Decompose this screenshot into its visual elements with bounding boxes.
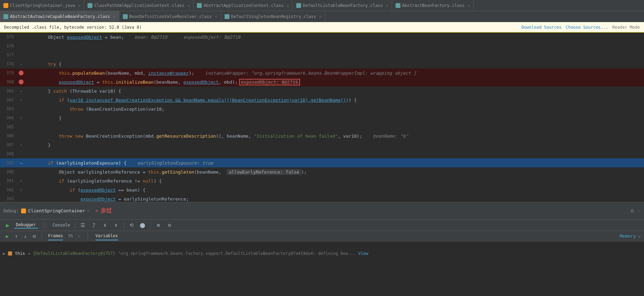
- tab-close-2[interactable]: ✕: [188, 3, 190, 8]
- var-type-icon: [8, 251, 12, 256]
- tab-close-4[interactable]: ✕: [386, 3, 388, 8]
- class-icon-6: [123, 14, 128, 19]
- decompiled-message: Decompiled .class file, bytecode version…: [4, 25, 142, 30]
- tab-close-8[interactable]: ✕: [319, 14, 321, 19]
- bottom-right-controls: Memory ↺: [620, 233, 641, 239]
- tab-defaultsingleton[interactable]: DefaultSingletonBeanRegistry.class ✕: [221, 11, 325, 22]
- thread-dropdown[interactable]: ▾: [78, 234, 80, 238]
- expand-this-arrow[interactable]: ▶: [3, 251, 5, 256]
- download-sources-link[interactable]: Download Sources: [521, 25, 562, 30]
- this-var-value: = {DefaultListableBeanFactory@1757}: [28, 251, 115, 256]
- fold-icon-382[interactable]: ▾: [19, 98, 23, 102]
- class-icon-3: [296, 3, 301, 8]
- debug-title: ClientSpringContainer ✕: [21, 208, 89, 213]
- tab-bar-row2: AbstractAutowireCapableBeanFactory.class…: [0, 11, 644, 22]
- code-line-388: 388: [0, 149, 644, 158]
- class-icon-5: [3, 14, 8, 19]
- debug-settings-icon[interactable]: ⚙: [631, 207, 634, 214]
- this-var-name: this: [15, 251, 25, 256]
- frames-table-button[interactable]: ⊞: [153, 221, 163, 230]
- breakpoint-dot-379[interactable]: [19, 71, 24, 75]
- code-line-393: 393 exposedObject = earlySingletonRefere…: [0, 194, 644, 202]
- code-line-387: 387 ▾ }: [0, 140, 644, 149]
- code-line-383: 383 throw (BeanCreationException)var18;: [0, 104, 644, 113]
- fold-icon-391[interactable]: ▾: [19, 179, 23, 183]
- tab-defaultlistable[interactable]: DefaultListableBeanFactory.class ✕: [293, 0, 392, 11]
- run-cursor-button[interactable]: ⟲: [127, 221, 136, 230]
- debug-panel: Debug: ClientSpringContainer ✕ ➜ 步过 ⚙ —: [0, 202, 644, 219]
- bottom-tabs: ▶ ↑ ↓ ⊟ Frames Th ▾ Variables Memory ↺: [0, 231, 644, 241]
- this-var-desc: "org.springframework.beans.factory.suppo…: [118, 251, 355, 256]
- class-icon-1: [88, 3, 92, 8]
- class-icon-2: [197, 3, 202, 8]
- code-line-379: 379 this.populateBean(beanName, mbd, ins…: [0, 68, 644, 77]
- code-line-381: 381 ▾ } catch (Throwable var18) {: [0, 86, 644, 95]
- separator-3: [150, 222, 151, 229]
- breakpoint-dot-380[interactable]: [19, 80, 24, 84]
- code-area: 375 Object exposedObject = bean; bean: B…: [0, 33, 644, 202]
- step-out-button[interactable]: ⬆: [111, 221, 121, 230]
- layout-button[interactable]: ⊟: [164, 221, 174, 230]
- code-line-375: 375 Object exposedObject = bean; bean: B…: [0, 33, 644, 41]
- fold-icon-378[interactable]: ▾: [19, 62, 23, 66]
- tab-abstractbean[interactable]: AbstractBeanFactory.class ✕: [392, 0, 474, 11]
- bottom-content: ▶ this = {DefaultListableBeanFactory@175…: [0, 241, 644, 266]
- separator-bottom: [88, 233, 88, 240]
- memory-cycle-icon[interactable]: ↺: [638, 234, 641, 239]
- reader-mode-label: Reader Mode: [613, 25, 640, 30]
- code-line-390: 390 Object earlySingletonReference = thi…: [0, 167, 644, 176]
- step-over-button[interactable]: ⤴: [89, 221, 99, 230]
- class-icon-4: [396, 3, 400, 8]
- frames-panel: ▶ ↑ ↓ ⊟: [3, 232, 42, 240]
- tab-close-3[interactable]: ✕: [287, 3, 289, 8]
- memory-button[interactable]: Memory: [620, 233, 636, 239]
- menu-icon[interactable]: ☰: [78, 221, 88, 230]
- down-btn[interactable]: ↓: [21, 232, 29, 240]
- debug-step-label: 步过: [101, 207, 112, 214]
- console-icon[interactable]: ⬛: [39, 221, 49, 230]
- tab-console[interactable]: Console: [51, 222, 72, 228]
- debug-arrow-icon: ➜: [95, 208, 98, 214]
- code-line-391: 391 ▾ if (earlySingletonReference != nul…: [0, 176, 644, 185]
- debug-label: Debug:: [3, 209, 18, 213]
- debug-minimize-icon[interactable]: —: [638, 209, 641, 213]
- tab-th[interactable]: Th: [68, 232, 73, 240]
- debug-tab-close[interactable]: ✕: [87, 209, 90, 213]
- code-line-386: 386 throw new BeanCreationException(mbd.…: [0, 131, 644, 140]
- code-line-384: 384 ▾ }: [0, 113, 644, 122]
- tab-classpathxml[interactable]: ClassPathXmlApplicationContext.class ✕: [84, 0, 193, 11]
- code-line-377: 377: [0, 50, 644, 59]
- fold-icon-384[interactable]: ▾: [19, 116, 23, 120]
- separator-2: [124, 222, 124, 229]
- tab-bar-row1: ClientSpringContainer.java ✕ ClassPathXm…: [0, 0, 644, 11]
- filter-btn[interactable]: ⊟: [30, 232, 38, 240]
- tab-debugger[interactable]: Debugger: [14, 222, 38, 229]
- tab-client-spring[interactable]: ClientSpringContainer.java ✕: [0, 0, 84, 11]
- tab-close-6[interactable]: ✕: [113, 14, 116, 19]
- bottom-section: ▶ ↑ ↓ ⊟ Frames Th ▾ Variables Memory ↺ ▶…: [0, 231, 644, 266]
- tab-close-7[interactable]: ✕: [215, 14, 217, 19]
- tab-variables[interactable]: Variables: [96, 232, 118, 240]
- tab-beandefinition[interactable]: BeanDefinitionValueResolver.class ✕: [119, 11, 221, 22]
- play-btn[interactable]: ▶: [3, 232, 11, 240]
- resume-button[interactable]: ▶: [3, 221, 12, 230]
- evaluate-button[interactable]: ⬤: [138, 221, 147, 230]
- debug-java-icon: [21, 209, 26, 213]
- view-link[interactable]: View: [358, 251, 368, 256]
- tab-abstractautowire[interactable]: AbstractAutowireCapableBeanFactory.class…: [0, 11, 119, 22]
- fold-icon-392[interactable]: ▾: [19, 188, 23, 192]
- tab-close-5[interactable]: ✕: [468, 3, 470, 8]
- tab-close-1[interactable]: ✕: [78, 3, 81, 8]
- debug-toolbar: ▶ Debugger ⬛ Console ☰ ⤴ ⬇ ⬆ ⟲ ⬤ ⊞ ⊟: [0, 219, 644, 231]
- java-icon: [3, 3, 8, 8]
- tab-frames[interactable]: Frames: [48, 232, 63, 240]
- fold-icon-387[interactable]: ▾: [19, 143, 23, 147]
- choose-sources-link[interactable]: Choose Sources...: [566, 25, 608, 30]
- step-into-button[interactable]: ⬇: [100, 221, 110, 230]
- info-bar: Decompiled .class file, bytecode version…: [0, 22, 644, 33]
- tab-abstractapp[interactable]: AbstractApplicationContext.class ✕: [193, 0, 293, 11]
- code-line-376: 376: [0, 41, 644, 50]
- up-btn[interactable]: ↑: [12, 232, 20, 240]
- fold-icon-381[interactable]: ▾: [19, 89, 23, 93]
- code-line-392: 392 ▾ if (exposedObject == bean) {: [0, 185, 644, 194]
